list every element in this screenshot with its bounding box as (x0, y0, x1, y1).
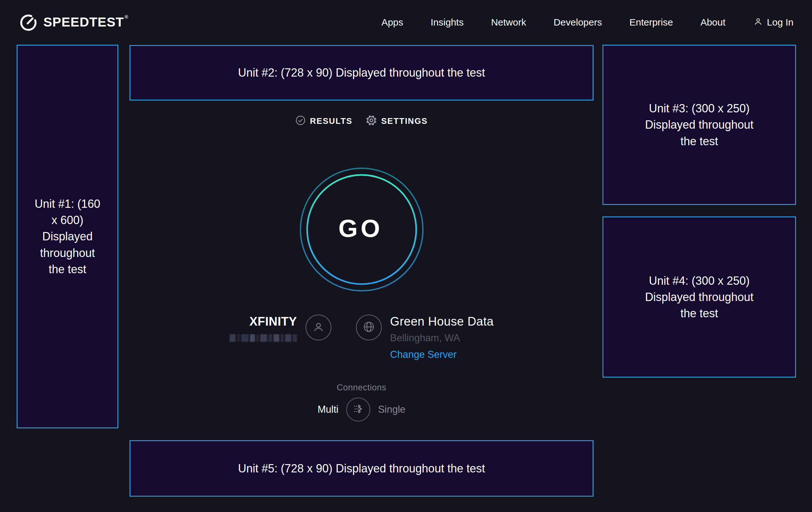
speedtest-main: RESULTS SETTINGS (129, 101, 593, 439)
ad-unit-1-label: Unit #1: (160 x 600) Displayed throughou… (33, 196, 102, 277)
nav-item-network[interactable]: Network (491, 17, 526, 28)
change-server-link[interactable]: Change Server (390, 348, 457, 361)
nav-item-developers[interactable]: Developers (554, 17, 602, 28)
multi-arrows-icon (351, 402, 365, 417)
ad-unit-2-label: Unit #2: (728 x 90) Displayed throughout… (238, 64, 485, 81)
tab-results[interactable]: RESULTS (295, 115, 352, 127)
server-name: Green House Data (390, 315, 494, 328)
server-icon-circle (356, 315, 382, 341)
isp-name: XFINITY (250, 315, 297, 328)
ad-unit-5-banner-bottom: Unit #5: (728 x 90) Displayed throughout… (129, 440, 593, 497)
connections-title: Connections (337, 383, 386, 393)
ad-unit-2-banner-top: Unit #2: (728 x 90) Displayed throughout… (129, 45, 593, 101)
check-circle-icon (295, 115, 306, 127)
logo-text: SPEEDTEST® (44, 12, 128, 32)
person-icon (311, 320, 325, 335)
ad-unit-4-rectangle: Unit #4: (300 x 250) Displayed throughou… (603, 216, 796, 378)
tab-settings-label: SETTINGS (381, 116, 428, 126)
server-location: Bellingham, WA (390, 332, 460, 344)
connections-toggle: Multi Single (318, 397, 406, 422)
isp-info: XFINITY (229, 315, 331, 343)
ad-unit-3-label: Unit #3: (300 x 250) Displayed throughou… (636, 100, 763, 149)
go-button-label: GO (338, 214, 383, 243)
logo-trademark: ® (125, 14, 128, 20)
tab-settings[interactable]: SETTINGS (366, 115, 428, 127)
connections-toggle-button[interactable] (346, 397, 370, 422)
ad-unit-3-rectangle: Unit #3: (300 x 250) Displayed throughou… (603, 45, 796, 205)
ip-address-redacted (229, 333, 297, 343)
connections-option-single[interactable]: Single (378, 404, 405, 415)
connection-info: XFINITY (229, 315, 494, 361)
go-button[interactable]: GO (299, 167, 424, 292)
nav-item-enterprise[interactable]: Enterprise (629, 17, 673, 28)
isp-icon-circle (305, 315, 331, 341)
gauge-icon (19, 12, 38, 32)
connections-option-multi[interactable]: Multi (318, 404, 338, 415)
ad-unit-4-label: Unit #4: (300 x 250) Displayed throughou… (636, 273, 763, 321)
view-tabs: RESULTS SETTINGS (295, 115, 428, 127)
tab-results-label: RESULTS (310, 116, 352, 126)
header: SPEEDTEST® Apps Insights Network Develop… (0, 0, 812, 45)
ad-unit-1-skyscraper: Unit #1: (160 x 600) Displayed throughou… (17, 45, 118, 428)
nav-item-about[interactable]: About (700, 17, 725, 28)
nav-item-insights[interactable]: Insights (431, 17, 463, 28)
globe-icon (362, 320, 376, 335)
server-info: Green House Data Bellingham, WA Change S… (356, 315, 494, 361)
speedtest-page: SPEEDTEST® Apps Insights Network Develop… (0, 0, 812, 512)
main-nav: Apps Insights Network Developers Enterpr… (381, 16, 793, 29)
ad-unit-5-label: Unit #5: (728 x 90) Displayed throughout… (238, 460, 485, 477)
nav-item-apps[interactable]: Apps (381, 17, 403, 28)
login-person-icon (753, 16, 763, 29)
gear-icon (366, 115, 377, 127)
speedtest-logo[interactable]: SPEEDTEST® (19, 12, 128, 32)
login-button[interactable]: Log In (753, 16, 793, 29)
